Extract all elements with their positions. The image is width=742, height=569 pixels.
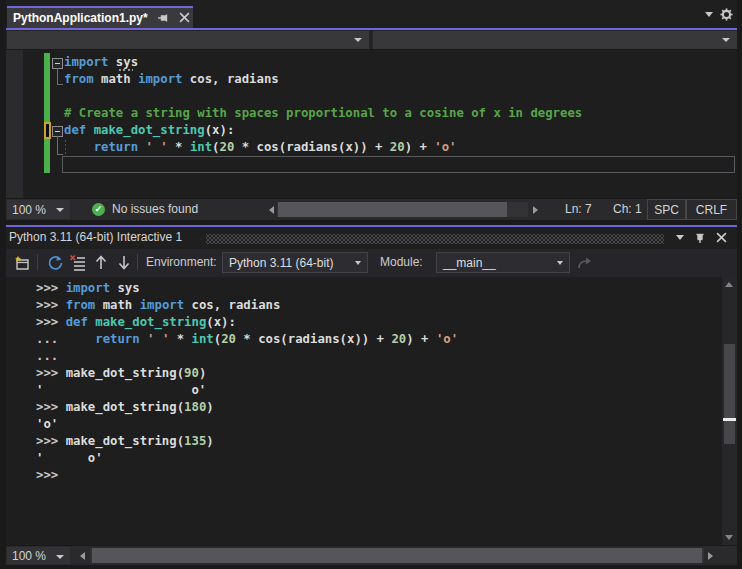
hscroll-left-arrow[interactable]	[269, 206, 274, 214]
environment-chevron-icon	[355, 261, 361, 265]
interactive-hscrollbar-thumb[interactable]	[92, 548, 702, 563]
column-indicator: Ch: 1	[613, 202, 642, 216]
track-changes-reverted-marker	[44, 122, 51, 139]
goto-disabled-icon[interactable]	[576, 253, 594, 271]
issues-status-label: No issues found	[112, 202, 198, 216]
module-label: Module:	[380, 255, 423, 269]
history-next-icon[interactable]	[115, 253, 133, 271]
interactive-toolbar: Environment: Python 3.11 (64-bit) Module…	[6, 249, 737, 277]
interactive-zoom-chevron-icon	[56, 555, 64, 559]
editor-pane: PythonApplication1.py*	[6, 0, 737, 220]
interactive-status-bar: 100 %	[6, 545, 737, 565]
title-bar-grip	[206, 234, 664, 244]
interactive-title-bar[interactable]: Python 3.11 (64-bit) Interactive 1	[6, 227, 737, 249]
python-interactive-window: Python 3.11 (64-bit) Interactive 1	[6, 225, 737, 565]
editor-zoom-dropdown[interactable]: 100 %	[7, 200, 70, 219]
fold-guide-end	[57, 84, 63, 85]
interactive-vscrollbar-thumb[interactable]	[724, 344, 735, 444]
environment-label: Environment:	[146, 255, 217, 269]
tab-options-gear-icon[interactable]	[719, 7, 733, 21]
interactive-zoom-value: 100 %	[12, 549, 46, 563]
clear-screen-icon[interactable]	[68, 253, 86, 271]
interactive-vscrollbar[interactable]	[722, 277, 737, 545]
tab-title: PythonApplication1.py*	[13, 11, 148, 25]
document-tab-strip: PythonApplication1.py*	[6, 0, 737, 28]
environment-value: Python 3.11 (64-bit)	[229, 256, 334, 270]
vscroll-up-arrow[interactable]	[725, 282, 733, 287]
interactive-zoom-dropdown[interactable]: 100 %	[7, 547, 70, 564]
code-editor[interactable]: import sysfrom math import cos, radians#…	[6, 50, 737, 198]
hscroll-right-arrow[interactable]	[533, 206, 538, 214]
editor-hscrollbar[interactable]	[277, 202, 528, 217]
document-list-chevron-icon[interactable]	[705, 12, 713, 17]
new-interactive-window-icon[interactable]	[12, 253, 30, 271]
suggestion-dots	[119, 69, 133, 71]
editor-zoom-value: 100 %	[12, 203, 46, 217]
editor-zoom-chevron-icon	[56, 208, 64, 212]
line-indicator: Ln: 7	[565, 202, 592, 216]
module-dropdown[interactable]: __main__	[436, 252, 570, 273]
environment-dropdown[interactable]: Python 3.11 (64-bit)	[222, 252, 368, 273]
fold-guide-line	[57, 68, 58, 85]
members-dropdown-chevron-icon	[722, 38, 730, 42]
line-ending-indicator[interactable]: CRLF	[686, 199, 737, 220]
types-dropdown-chevron-icon	[354, 38, 362, 42]
fold-guide-end	[57, 154, 63, 155]
close-tab-icon[interactable]	[178, 11, 192, 25]
no-issues-check-icon[interactable]: ✓	[92, 203, 105, 216]
auto-hide-pin-icon[interactable]	[694, 230, 706, 244]
track-changes-saved-bar	[44, 53, 50, 173]
interactive-hscroll-left-arrow[interactable]	[80, 552, 85, 560]
module-value: __main__	[443, 256, 496, 270]
editor-hscrollbar-thumb[interactable]	[278, 202, 507, 217]
breakpoint-margin[interactable]	[6, 50, 23, 198]
editor-status-bar: 100 % ✓ No issues found Ln: 7 Ch: 1 SPC …	[6, 198, 737, 220]
editor-code-text: import sysfrom math import cos, radians#…	[64, 54, 582, 173]
spaces-indicator[interactable]: SPC	[647, 199, 686, 220]
members-dropdown[interactable]	[373, 31, 737, 49]
window-position-chevron-icon[interactable]	[676, 235, 684, 240]
tab-pythonapplication1[interactable]: PythonApplication1.py*	[7, 6, 193, 28]
module-chevron-icon	[557, 261, 563, 265]
close-window-icon[interactable]	[716, 232, 727, 243]
interactive-hscroll-right-arrow[interactable]	[708, 552, 713, 560]
interactive-output[interactable]: >>> import sys>>> from math import cos, …	[6, 277, 737, 545]
fold-guide-line	[57, 136, 58, 155]
history-previous-icon[interactable]	[92, 253, 110, 271]
pin-tab-icon[interactable]	[156, 11, 170, 25]
reset-repl-icon[interactable]	[46, 253, 64, 271]
vs-window: PythonApplication1.py*	[0, 0, 742, 569]
vscroll-caret-marker	[723, 418, 736, 421]
navigation-bar	[6, 30, 737, 50]
interactive-title: Python 3.11 (64-bit) Interactive 1	[9, 230, 182, 244]
types-dropdown[interactable]	[7, 31, 369, 49]
interactive-hscrollbar[interactable]	[90, 548, 704, 563]
interactive-code-text: >>> import sys>>> from math import cos, …	[36, 280, 458, 484]
vscroll-down-arrow[interactable]	[725, 535, 733, 540]
